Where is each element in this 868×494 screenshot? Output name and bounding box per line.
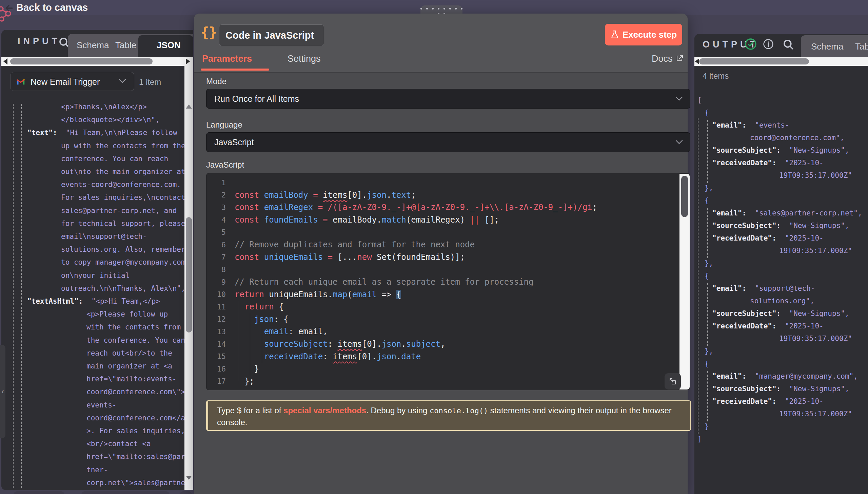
back-to-canvas-link[interactable]: Back to canvas <box>16 2 88 13</box>
flask-icon <box>610 30 619 39</box>
code-line: 15 receivedDate: items[0].json.date <box>207 350 679 363</box>
language-select-value: JavaScript <box>214 137 254 147</box>
tab-parameters[interactable]: Parameters <box>202 54 252 64</box>
scroll-up-arrow-icon[interactable] <box>186 104 192 109</box>
chevron-down-icon <box>675 140 683 145</box>
scroll-down-arrow-icon[interactable] <box>186 476 192 480</box>
chevron-down-icon <box>119 79 126 83</box>
code-line: 4const foundEmails = emailBody.match(ema… <box>207 214 679 226</box>
scroll-left-arrow-icon[interactable] <box>3 58 7 64</box>
scroll-right-arrow-icon[interactable] <box>186 58 190 64</box>
code-editor-content[interactable]: 12const emailBody = items[0].json.text;3… <box>207 176 679 388</box>
code-hint-text: Type $ for a list of special vars/method… <box>217 405 682 428</box>
indent-guide <box>707 120 708 183</box>
tab-settings[interactable]: Settings <box>288 54 321 64</box>
canvas-node[interactable] <box>81 491 170 494</box>
code-line: 2const emailBody = items[0].json.text; <box>207 189 679 202</box>
input-tab-schema[interactable]: Schema <box>77 40 109 51</box>
code-line: 6// Remove duplicates and format for the… <box>207 239 679 251</box>
input-items-count: 1 item <box>139 77 161 87</box>
mode-select-value: Run Once for All Items <box>214 94 299 104</box>
code-line: 17 }; <box>207 375 679 388</box>
language-label: Language <box>206 120 242 130</box>
input-tab-json-label[interactable]: JSON <box>157 40 181 51</box>
editor-v-scrollbar-thumb[interactable] <box>681 176 688 217</box>
code-line: 3const emailRegex = /([a-zA-Z0-9._-]+@[a… <box>207 201 679 214</box>
indent-guide <box>698 118 698 434</box>
code-line: 5 <box>207 226 679 239</box>
code-line: 16 } <box>207 363 679 375</box>
language-select[interactable] <box>206 132 690 152</box>
code-line: 13 email: email, <box>207 325 679 338</box>
execute-step-button[interactable]: Execute step <box>605 24 682 45</box>
input-panel-title: INPUT <box>18 36 60 46</box>
code-line: 7const uniqueEmails = [...new Set(foundE… <box>207 251 679 264</box>
canvas-node[interactable] <box>180 491 192 494</box>
input-source-label: New Email Trigger <box>31 77 100 87</box>
code-node-icon: {} <box>201 24 217 40</box>
success-check-icon <box>745 38 757 50</box>
back-arrow-icon[interactable] <box>3 3 14 14</box>
chevron-down-icon <box>675 96 683 101</box>
execute-step-label: Execute step <box>623 30 677 40</box>
gmail-icon <box>16 77 26 87</box>
info-icon[interactable] <box>763 39 774 50</box>
code-line: 12 json: { <box>207 313 679 326</box>
input-h-scrollbar-thumb[interactable] <box>10 58 153 64</box>
code-line: 10return uniqueEmails.map(email => { <box>207 288 679 301</box>
output-panel <box>694 34 868 494</box>
code-editor-label: JavaScript <box>206 160 244 170</box>
indent-guide <box>13 104 14 488</box>
output-search-icon[interactable] <box>783 39 794 50</box>
mode-label: Mode <box>206 77 226 86</box>
code-line: 8 <box>207 263 679 276</box>
input-tab-table[interactable]: Table <box>115 40 136 51</box>
tab-parameters-underline <box>201 69 269 71</box>
code-line: 14 sourceSubject: items[0].json.subject, <box>207 338 679 350</box>
canvas-node[interactable] <box>14 491 64 494</box>
output-items-count: 4 items <box>703 71 729 81</box>
indent-guide <box>707 371 708 421</box>
node-title-field[interactable]: Code in JavaScript <box>219 24 324 46</box>
input-v-scrollbar-thumb[interactable] <box>186 217 192 332</box>
code-line: 9// Return each unique email as a separa… <box>207 276 679 288</box>
external-link-icon[interactable] <box>675 54 684 62</box>
output-tab-table[interactable]: Table <box>855 41 868 52</box>
panel-collapse-handle[interactable]: ‹ <box>0 345 5 438</box>
output-tab-schema[interactable]: Schema <box>811 41 843 52</box>
expand-icon <box>669 377 677 385</box>
output-h-scrollbar-thumb[interactable] <box>699 58 809 64</box>
editor-expand-button[interactable] <box>665 373 681 390</box>
docs-link[interactable]: Docs <box>652 54 673 64</box>
code-line: 11 return { <box>207 301 679 313</box>
indent-guide <box>707 208 708 258</box>
indent-guide <box>707 283 708 346</box>
input-panel <box>1 30 193 490</box>
modal-header-divider <box>194 72 688 73</box>
code-line: 1 <box>207 176 679 189</box>
indent-guide <box>21 104 22 488</box>
scroll-left-arrow-icon[interactable] <box>695 58 699 64</box>
